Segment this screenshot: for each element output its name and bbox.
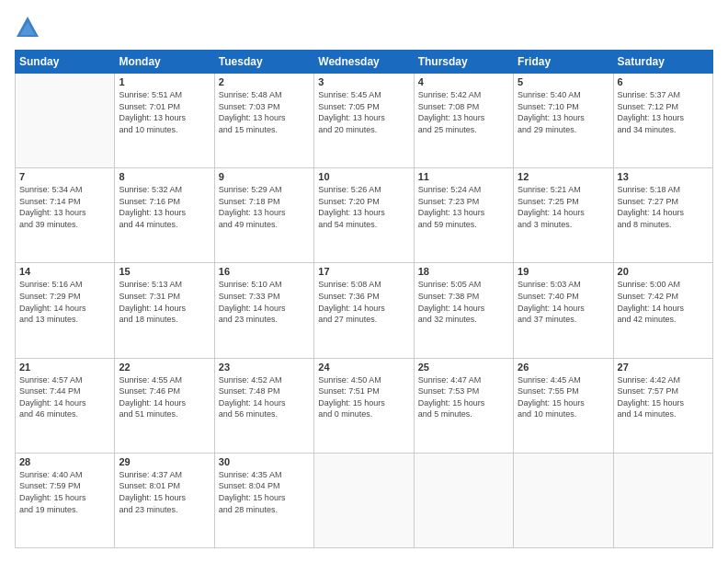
calendar-week-row: 21Sunrise: 4:57 AMSunset: 7:44 PMDayligh… (16, 358, 713, 453)
calendar-header-saturday: Saturday (613, 51, 712, 74)
cell-info: Sunrise: 5:24 AMSunset: 7:23 PMDaylight:… (418, 184, 509, 230)
cell-info: Sunrise: 4:47 AMSunset: 7:53 PMDaylight:… (418, 374, 509, 420)
calendar-cell: 2Sunrise: 5:48 AMSunset: 7:03 PMDaylight… (214, 74, 313, 168)
calendar-header-sunday: Sunday (16, 51, 115, 74)
calendar-cell: 22Sunrise: 4:55 AMSunset: 7:46 PMDayligh… (115, 358, 214, 453)
cell-info: Sunrise: 5:32 AMSunset: 7:16 PMDaylight:… (119, 184, 210, 230)
cell-info: Sunrise: 4:50 AMSunset: 7:51 PMDaylight:… (318, 374, 409, 420)
cell-info: Sunrise: 5:34 AMSunset: 7:14 PMDaylight:… (19, 184, 110, 230)
day-number: 30 (219, 456, 310, 467)
calendar-cell: 5Sunrise: 5:40 AMSunset: 7:10 PMDaylight… (514, 74, 613, 168)
cell-info: Sunrise: 4:35 AMSunset: 8:04 PMDaylight:… (219, 469, 310, 515)
day-number: 7 (19, 171, 110, 182)
day-number: 16 (219, 266, 310, 277)
day-number: 11 (418, 171, 509, 182)
day-number: 3 (318, 76, 409, 87)
calendar-cell: 19Sunrise: 5:03 AMSunset: 7:40 PMDayligh… (514, 263, 613, 358)
day-number: 17 (318, 266, 409, 277)
day-number: 15 (119, 266, 210, 277)
cell-info: Sunrise: 5:05 AMSunset: 7:38 PMDaylight:… (418, 279, 509, 325)
cell-info: Sunrise: 5:18 AMSunset: 7:27 PMDaylight:… (618, 184, 709, 230)
calendar-header-thursday: Thursday (414, 51, 513, 74)
calendar-cell: 27Sunrise: 4:42 AMSunset: 7:57 PMDayligh… (613, 358, 712, 453)
day-number: 29 (119, 456, 210, 467)
calendar-week-row: 28Sunrise: 4:40 AMSunset: 7:59 PMDayligh… (16, 453, 713, 547)
calendar-cell: 20Sunrise: 5:00 AMSunset: 7:42 PMDayligh… (613, 263, 712, 358)
calendar-cell: 10Sunrise: 5:26 AMSunset: 7:20 PMDayligh… (314, 168, 414, 263)
calendar-cell: 30Sunrise: 4:35 AMSunset: 8:04 PMDayligh… (214, 453, 313, 547)
day-number: 22 (119, 362, 210, 373)
cell-info: Sunrise: 4:40 AMSunset: 7:59 PMDaylight:… (19, 469, 110, 515)
calendar-cell: 23Sunrise: 4:52 AMSunset: 7:48 PMDayligh… (214, 358, 313, 453)
calendar-cell: 14Sunrise: 5:16 AMSunset: 7:29 PMDayligh… (16, 263, 115, 358)
cell-info: Sunrise: 5:00 AMSunset: 7:42 PMDaylight:… (618, 279, 709, 325)
calendar-week-row: 7Sunrise: 5:34 AMSunset: 7:14 PMDaylight… (16, 168, 713, 263)
day-number: 2 (219, 76, 310, 87)
calendar-cell: 15Sunrise: 5:13 AMSunset: 7:31 PMDayligh… (115, 263, 214, 358)
calendar-header-row: SundayMondayTuesdayWednesdayThursdayFrid… (16, 51, 713, 74)
calendar-header-tuesday: Tuesday (214, 51, 313, 74)
day-number: 21 (19, 362, 110, 373)
calendar-cell: 21Sunrise: 4:57 AMSunset: 7:44 PMDayligh… (16, 358, 115, 453)
calendar-cell: 24Sunrise: 4:50 AMSunset: 7:51 PMDayligh… (314, 358, 414, 453)
calendar-header-wednesday: Wednesday (314, 51, 414, 74)
header (15, 15, 713, 40)
day-number: 28 (19, 456, 110, 467)
day-number: 8 (119, 171, 210, 182)
cell-info: Sunrise: 4:37 AMSunset: 8:01 PMDaylight:… (119, 469, 210, 515)
calendar-cell: 25Sunrise: 4:47 AMSunset: 7:53 PMDayligh… (414, 358, 513, 453)
calendar-cell: 29Sunrise: 4:37 AMSunset: 8:01 PMDayligh… (115, 453, 214, 547)
day-number: 12 (518, 171, 609, 182)
calendar-cell: 4Sunrise: 5:42 AMSunset: 7:08 PMDaylight… (414, 74, 513, 168)
calendar-table: SundayMondayTuesdayWednesdayThursdayFrid… (15, 50, 713, 548)
cell-info: Sunrise: 5:40 AMSunset: 7:10 PMDaylight:… (518, 89, 609, 135)
day-number: 27 (618, 362, 709, 373)
calendar-cell: 6Sunrise: 5:37 AMSunset: 7:12 PMDaylight… (613, 74, 712, 168)
logo (15, 15, 44, 40)
calendar-cell: 11Sunrise: 5:24 AMSunset: 7:23 PMDayligh… (414, 168, 513, 263)
cell-info: Sunrise: 4:42 AMSunset: 7:57 PMDaylight:… (618, 374, 709, 420)
cell-info: Sunrise: 5:10 AMSunset: 7:33 PMDaylight:… (219, 279, 310, 325)
day-number: 20 (618, 266, 709, 277)
calendar-cell: 18Sunrise: 5:05 AMSunset: 7:38 PMDayligh… (414, 263, 513, 358)
calendar-cell: 26Sunrise: 4:45 AMSunset: 7:55 PMDayligh… (514, 358, 613, 453)
cell-info: Sunrise: 4:45 AMSunset: 7:55 PMDaylight:… (518, 374, 609, 420)
calendar-cell: 17Sunrise: 5:08 AMSunset: 7:36 PMDayligh… (314, 263, 414, 358)
calendar-week-row: 14Sunrise: 5:16 AMSunset: 7:29 PMDayligh… (16, 263, 713, 358)
calendar-cell: 1Sunrise: 5:51 AMSunset: 7:01 PMDaylight… (115, 74, 214, 168)
calendar-cell (514, 453, 613, 547)
cell-info: Sunrise: 5:51 AMSunset: 7:01 PMDaylight:… (119, 89, 210, 135)
cell-info: Sunrise: 5:42 AMSunset: 7:08 PMDaylight:… (418, 89, 509, 135)
cell-info: Sunrise: 5:03 AMSunset: 7:40 PMDaylight:… (518, 279, 609, 325)
calendar-cell (314, 453, 414, 547)
day-number: 6 (618, 76, 709, 87)
day-number: 19 (518, 266, 609, 277)
cell-info: Sunrise: 5:21 AMSunset: 7:25 PMDaylight:… (518, 184, 609, 230)
calendar-cell: 3Sunrise: 5:45 AMSunset: 7:05 PMDaylight… (314, 74, 414, 168)
cell-info: Sunrise: 4:57 AMSunset: 7:44 PMDaylight:… (19, 374, 110, 420)
day-number: 1 (119, 76, 210, 87)
day-number: 25 (418, 362, 509, 373)
cell-info: Sunrise: 5:37 AMSunset: 7:12 PMDaylight:… (618, 89, 709, 135)
cell-info: Sunrise: 5:26 AMSunset: 7:20 PMDaylight:… (318, 184, 409, 230)
day-number: 26 (518, 362, 609, 373)
calendar-cell (613, 453, 712, 547)
calendar-cell: 9Sunrise: 5:29 AMSunset: 7:18 PMDaylight… (214, 168, 313, 263)
day-number: 5 (518, 76, 609, 87)
calendar-week-row: 1Sunrise: 5:51 AMSunset: 7:01 PMDaylight… (16, 74, 713, 168)
day-number: 4 (418, 76, 509, 87)
day-number: 13 (618, 171, 709, 182)
calendar-cell: 12Sunrise: 5:21 AMSunset: 7:25 PMDayligh… (514, 168, 613, 263)
cell-info: Sunrise: 4:55 AMSunset: 7:46 PMDaylight:… (119, 374, 210, 420)
cell-info: Sunrise: 4:52 AMSunset: 7:48 PMDaylight:… (219, 374, 310, 420)
calendar-cell: 28Sunrise: 4:40 AMSunset: 7:59 PMDayligh… (16, 453, 115, 547)
calendar-cell: 8Sunrise: 5:32 AMSunset: 7:16 PMDaylight… (115, 168, 214, 263)
calendar-cell (16, 74, 115, 168)
calendar-cell: 7Sunrise: 5:34 AMSunset: 7:14 PMDaylight… (16, 168, 115, 263)
page: SundayMondayTuesdayWednesdayThursdayFrid… (0, 0, 728, 563)
logo-icon (15, 15, 40, 40)
day-number: 9 (219, 171, 310, 182)
calendar-cell: 16Sunrise: 5:10 AMSunset: 7:33 PMDayligh… (214, 263, 313, 358)
cell-info: Sunrise: 5:13 AMSunset: 7:31 PMDaylight:… (119, 279, 210, 325)
day-number: 18 (418, 266, 509, 277)
